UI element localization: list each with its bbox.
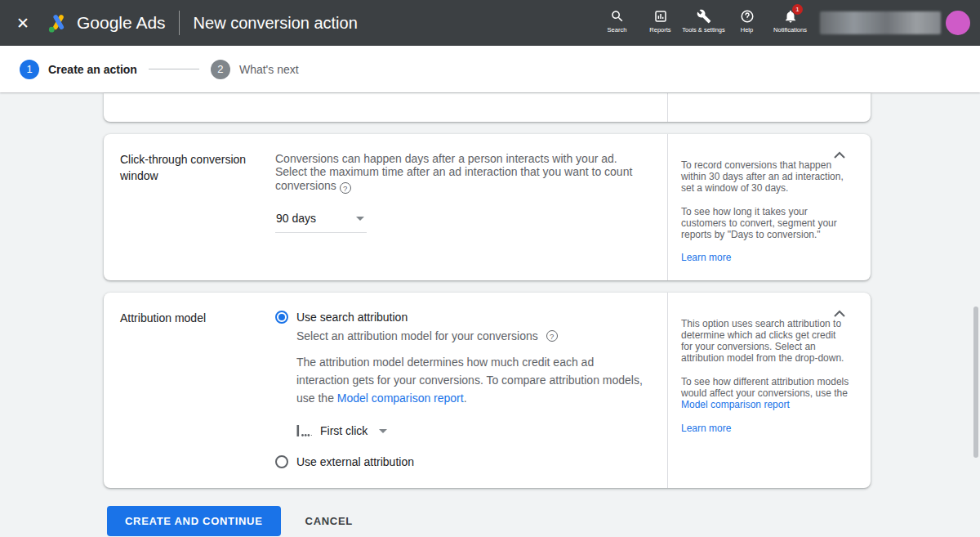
learn-more-link[interactable]: Learn more (681, 253, 731, 264)
step-2-circle: 2 (211, 60, 230, 79)
vertical-scrollbar-thumb[interactable] (973, 307, 978, 458)
model-comparison-report-link[interactable]: Model comparison report (337, 392, 464, 405)
nav-item-reports[interactable]: Reports (639, 0, 682, 34)
brand-text: Google Ads (77, 13, 166, 33)
nav-label: Reports (649, 26, 670, 34)
google-ads-logo-icon (47, 13, 69, 34)
stepper: 1 Create an action 2 What's next (0, 46, 980, 92)
topbar: ✕ Google Ads New conversion action Searc… (0, 0, 980, 46)
nav-item-tools-settings[interactable]: Tools & settings (682, 0, 725, 34)
google-ads-logo[interactable]: Google Ads (46, 13, 179, 34)
chevron-down-icon (356, 217, 364, 221)
chevron-down-icon (379, 429, 387, 433)
conversion-window-description: Conversions can happen days after a pers… (275, 152, 643, 194)
help-circle-icon (740, 9, 755, 24)
conversion-window-dropdown[interactable]: 90 days (275, 206, 367, 233)
use-external-attribution-label: Use external attribution (296, 455, 414, 468)
attribution-model-dropdown[interactable]: First click (296, 419, 407, 442)
previous-card-bottom (104, 93, 871, 122)
step-2-label: What's next (239, 63, 299, 76)
main-content: Click-through conversion window Conversi… (0, 92, 980, 536)
nav-item-notifications[interactable]: 1 Notifications (768, 0, 812, 34)
account-avatar[interactable] (946, 11, 970, 35)
step-whats-next[interactable]: 2 What's next (211, 60, 299, 79)
nav-label: Notifications (773, 26, 807, 34)
step-create-an-action[interactable]: 1 Create an action (20, 60, 137, 79)
step-1-label: Create an action (48, 63, 137, 76)
collapse-section-button[interactable] (831, 307, 848, 320)
wrench-icon (697, 9, 711, 24)
close-icon: ✕ (16, 14, 29, 33)
collapse-section-button[interactable] (831, 149, 848, 161)
attribution-paragraph-period: . (464, 392, 467, 405)
first-click-icon (296, 425, 312, 436)
card-help-divider (667, 93, 668, 122)
step-connector (149, 69, 199, 69)
help-paragraph: To record conversions that happen within… (681, 160, 849, 195)
create-and-continue-button[interactable]: CREATE AND CONTINUE (107, 506, 281, 536)
topbar-actions: Search Reports Tools & settings Help (595, 0, 970, 46)
radio-selected-icon (275, 311, 288, 324)
topbar-divider (179, 11, 180, 35)
conversion-window-description-text: Conversions can happen days after a pers… (275, 152, 632, 192)
attribution-paragraph: The attribution model determines how muc… (296, 354, 643, 408)
page-title: New conversion action (194, 14, 358, 33)
attribution-model-card-label: Attribution model (104, 293, 275, 488)
chevron-up-icon (834, 149, 845, 161)
nav-label: Tools & settings (682, 26, 725, 34)
chevron-up-icon (834, 307, 845, 320)
help-paragraph: To see how different attribution models … (681, 377, 849, 411)
conversion-window-card-main: Conversions can happen days after a pers… (275, 134, 667, 280)
help-paragraph: To see how long it takes your customers … (681, 207, 849, 241)
attribution-model-dropdown-value: First click (320, 424, 368, 437)
radio-unselected-icon (275, 455, 288, 468)
help-paragraph: This option uses search attribution to d… (681, 319, 849, 365)
close-button[interactable]: ✕ (0, 0, 46, 46)
info-help-icon[interactable]: ? (546, 330, 558, 342)
model-comparison-report-link[interactable]: Model comparison report (681, 399, 790, 410)
step-1-circle: 1 (20, 60, 39, 79)
reports-icon (653, 9, 668, 24)
attribution-sub-line: Select an attribution model for your con… (296, 329, 643, 342)
notification-badge: 1 (792, 4, 803, 15)
attribution-help-panel: This option uses search attribution to d… (667, 293, 871, 488)
nav-label: Search (608, 26, 627, 34)
info-help-icon[interactable]: ? (340, 182, 351, 194)
attribution-model-card-main: Use search attribution Select an attribu… (275, 293, 667, 488)
conversion-window-card-label: Click-through conversion window (104, 134, 275, 280)
footer-actions: CREATE AND CONTINUE CANCEL (107, 506, 980, 536)
nav-label: Help (741, 26, 753, 34)
nav-item-search[interactable]: Search (595, 0, 639, 34)
conversion-window-card: Click-through conversion window Conversi… (104, 134, 871, 280)
use-external-attribution-radio[interactable]: Use external attribution (275, 455, 643, 468)
use-search-attribution-radio[interactable]: Use search attribution (275, 311, 643, 324)
nav-item-help[interactable]: Help (725, 0, 768, 34)
help-paragraph-text: To see how different attribution models … (681, 376, 849, 399)
attribution-sub-text: Select an attribution model for your con… (296, 329, 538, 342)
learn-more-link[interactable]: Learn more (681, 423, 731, 435)
use-search-attribution-label: Use search attribution (296, 311, 408, 324)
conversion-window-dropdown-value: 90 days (276, 212, 316, 225)
attribution-model-card: Attribution model Use search attribution… (104, 293, 871, 488)
account-info-redacted[interactable] (820, 11, 941, 34)
cancel-button[interactable]: CANCEL (305, 515, 353, 527)
search-icon (610, 9, 625, 24)
google-ads-new-conversion-action-page: ✕ Google Ads New conversion action Searc… (0, 0, 980, 537)
